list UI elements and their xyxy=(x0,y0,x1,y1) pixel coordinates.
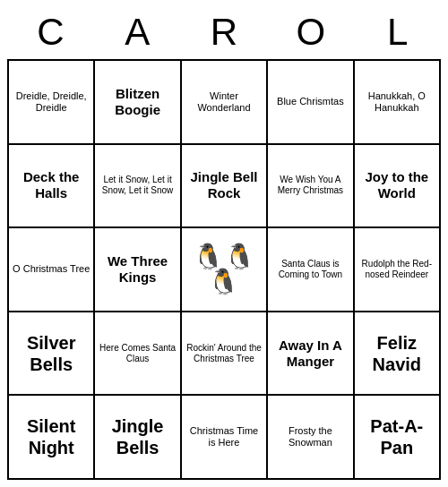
cell-9: Joy to the World xyxy=(355,145,441,229)
cell-6: Let it Snow, Let it Snow, Let it Snow xyxy=(95,145,181,229)
header-c: C xyxy=(11,11,90,54)
cell-10: O Christmas Tree xyxy=(9,228,95,312)
header-o: O xyxy=(271,11,350,54)
cell-24: Pat-A-Pan xyxy=(355,396,441,480)
cell-21: Jingle Bells xyxy=(95,396,181,480)
cell-0: Dreidle, Dreidle, Dreidle xyxy=(9,61,95,145)
cell-2: Winter Wonderland xyxy=(182,61,268,145)
cell-20: Silent Night xyxy=(9,396,95,480)
header-r: R xyxy=(185,11,263,54)
cell-14: Rudolph the Red-nosed Reindeer xyxy=(355,228,441,312)
cell-4: Hanukkah, O Hanukkah xyxy=(355,61,441,145)
cell-23: Frosty the Snowman xyxy=(268,396,354,480)
header-a: A xyxy=(98,11,177,54)
cell-17: Rockin' Around the Christmas Tree xyxy=(182,312,268,397)
cell-12: 🐧🐧🐧 xyxy=(182,228,268,312)
cell-5: Deck the Halls xyxy=(9,145,95,229)
header-l: L xyxy=(358,11,437,54)
cell-16: Here Comes Santa Claus xyxy=(95,312,181,397)
cell-7: Jingle Bell Rock xyxy=(182,145,268,229)
cell-19: Feliz Navid xyxy=(355,312,441,397)
cell-22: Christmas Time is Here xyxy=(182,396,268,480)
cell-15: Silver Bells xyxy=(9,312,95,397)
bingo-grid: Dreidle, Dreidle, DreidleBlitzen BoogieW… xyxy=(7,59,441,480)
cell-3: Blue Chrismtas xyxy=(268,61,354,145)
cell-18: Away In A Manger xyxy=(268,312,354,397)
bingo-header: C A R O L xyxy=(7,7,441,59)
cell-1: Blitzen Boogie xyxy=(95,61,181,145)
cell-13: Santa Claus is Coming to Town xyxy=(268,228,354,312)
cell-8: We Wish You A Merry Christmas xyxy=(268,145,354,229)
cell-11: We Three Kings xyxy=(95,228,181,312)
free-space-icon: 🐧🐧🐧 xyxy=(185,244,263,295)
